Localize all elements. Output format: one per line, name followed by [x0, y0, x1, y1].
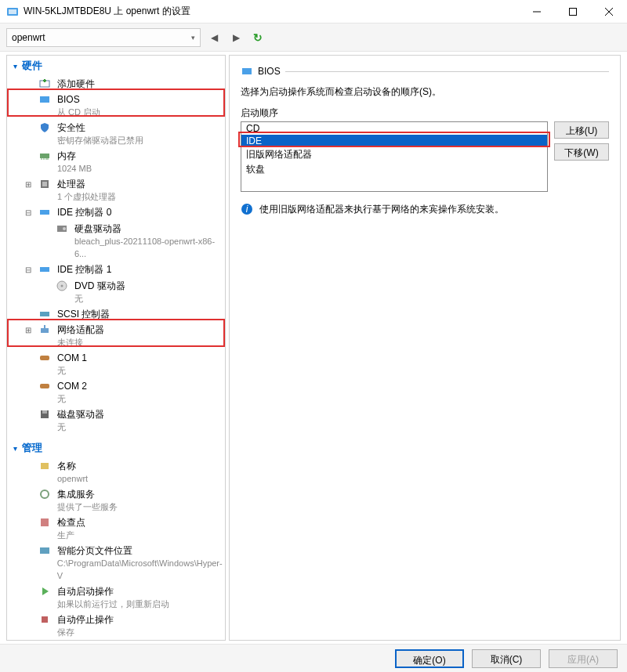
tree-item-com2[interactable]: COM 2无: [7, 378, 225, 406]
serial-icon: [38, 352, 51, 364]
svg-rect-1: [9, 9, 16, 14]
tag-icon: [38, 460, 51, 472]
move-down-button[interactable]: 下移(W): [554, 143, 609, 161]
controller-icon: [38, 206, 51, 219]
chip-icon: [241, 65, 253, 78]
expand-icon[interactable]: ⊞: [24, 324, 32, 337]
refresh-button[interactable]: ↻: [249, 29, 266, 46]
next-button[interactable]: ▶: [227, 29, 245, 46]
cancel-button[interactable]: 取消(C): [472, 649, 541, 668]
group-management[interactable]: ▾ 管理: [7, 438, 225, 458]
tree-item-floppy[interactable]: 磁盘驱动器无: [7, 406, 225, 435]
tree-item-ide1[interactable]: ⊟ IDE 控制器 1: [7, 262, 225, 278]
panel-description: 选择为启动操作系统而检查启动设备的顺序(S)。: [241, 85, 609, 99]
vm-selector-label: openwrt: [12, 32, 45, 43]
list-item[interactable]: CD: [241, 122, 547, 135]
paging-icon: [38, 544, 51, 557]
tree-item-memory[interactable]: 内存1024 MB: [7, 148, 225, 176]
tree-item-checkpoint[interactable]: 检查点生产: [7, 515, 225, 543]
autostop-icon: [38, 613, 51, 626]
tree-item-autostop[interactable]: 自动停止操作保存: [7, 612, 225, 640]
svg-point-31: [41, 490, 49, 498]
minimize-button[interactable]: [519, 0, 555, 23]
panel-title: BIOS: [258, 66, 281, 77]
svg-rect-20: [40, 267, 49, 272]
settings-panel: BIOS 选择为启动操作系统而检查启动设备的顺序(S)。 启动顺序 CD IDE…: [229, 55, 621, 641]
tree-item-add-hardware[interactable]: 添加硬件: [7, 76, 225, 92]
tree-item-hdd[interactable]: 硬盘驱动器bleach_plus-20211108-openwrt-x86-6.…: [7, 221, 225, 262]
tree-item-scsi[interactable]: SCSI 控制器: [7, 306, 225, 322]
move-up-button[interactable]: 上移(U): [554, 121, 609, 139]
tree-item-smartpaging[interactable]: 智能分页文件位置C:\ProgramData\Microsoft\Windows…: [7, 543, 225, 583]
svg-point-19: [63, 227, 66, 230]
list-item[interactable]: 软盘: [241, 162, 547, 177]
svg-rect-27: [40, 384, 49, 388]
list-item[interactable]: IDE: [241, 135, 547, 147]
serial-icon: [38, 380, 51, 392]
svg-rect-17: [40, 210, 49, 215]
divider: [285, 71, 609, 72]
cpu-icon: [38, 178, 51, 190]
ok-button[interactable]: 确定(O): [395, 649, 464, 668]
add-hardware-icon: [38, 78, 51, 90]
tree-item-cpu[interactable]: ⊞ 处理器1 个虚拟处理器: [7, 176, 225, 204]
shield-icon: [38, 121, 51, 134]
svg-rect-23: [40, 312, 49, 316]
tree-item-integration[interactable]: 集成服务提供了一些服务: [7, 486, 225, 515]
svg-rect-33: [40, 547, 49, 554]
svg-rect-26: [40, 356, 49, 360]
chevron-down-icon: ▾: [13, 444, 17, 453]
tree-item-name[interactable]: 名称openwrt: [7, 458, 225, 486]
vm-selector[interactable]: openwrt ▾: [6, 28, 201, 47]
scsi-icon: [38, 308, 51, 320]
svg-rect-29: [42, 410, 47, 414]
svg-text:i: i: [246, 204, 248, 215]
app-icon: [6, 5, 19, 18]
list-item[interactable]: 旧版网络适配器: [241, 147, 547, 162]
svg-rect-16: [42, 182, 47, 186]
svg-rect-30: [41, 463, 49, 469]
tree-item-bios[interactable]: BIOS从 CD 启动: [7, 92, 225, 120]
window-title: WIN-5KLJMTBDE8U 上 openwrt 的设置: [24, 5, 519, 18]
svg-rect-24: [41, 328, 49, 333]
chevron-down-icon: ▾: [13, 62, 17, 70]
tree-item-autostart[interactable]: 自动启动操作如果以前运行过，则重新启动: [7, 583, 225, 612]
tree-item-com1[interactable]: COM 1无: [7, 350, 225, 378]
boot-order-list[interactable]: CD IDE 旧版网络适配器 软盘: [241, 121, 548, 192]
info-text: 使用旧版网络适配器来执行基于网络的来宾操作系统安装。: [259, 203, 504, 216]
settings-tree: ▾ 硬件 添加硬件 BIOS从 CD 启动 安全性密钥存储驱动器已禁用 内存10…: [6, 55, 226, 641]
tree-item-network[interactable]: ⊞ 网络适配器未连接: [7, 322, 225, 350]
collapse-icon[interactable]: ⊟: [24, 264, 32, 276]
tree-item-security[interactable]: 安全性密钥存储驱动器已禁用: [7, 120, 225, 148]
close-button[interactable]: [591, 0, 627, 23]
boot-order-label: 启动顺序: [241, 107, 609, 120]
collapse-icon[interactable]: ⊟: [24, 207, 32, 219]
chevron-down-icon: ▾: [191, 34, 195, 42]
memory-icon: [38, 150, 51, 162]
checkpoint-icon: [38, 516, 51, 529]
tree-item-dvd[interactable]: DVD 驱动器无: [7, 278, 225, 306]
tree-item-ide0[interactable]: ⊟ IDE 控制器 0: [7, 204, 225, 221]
svg-rect-32: [41, 518, 49, 526]
svg-rect-9: [40, 96, 49, 103]
disc-icon: [56, 280, 68, 292]
svg-rect-3: [570, 8, 577, 15]
floppy-icon: [38, 408, 51, 421]
chip-icon: [38, 93, 51, 106]
svg-rect-35: [42, 616, 48, 623]
services-icon: [38, 488, 51, 500]
network-icon: [38, 323, 51, 336]
svg-rect-10: [40, 154, 49, 158]
apply-button[interactable]: 应用(A): [549, 649, 618, 668]
svg-rect-36: [242, 68, 252, 74]
maximize-button[interactable]: [555, 0, 591, 23]
svg-marker-34: [42, 587, 49, 595]
svg-point-22: [61, 285, 63, 287]
hdd-icon: [56, 222, 68, 235]
controller-icon: [38, 263, 51, 276]
prev-button[interactable]: ◀: [205, 29, 223, 46]
group-hardware[interactable]: ▾ 硬件: [7, 56, 225, 76]
autostart-icon: [38, 585, 51, 598]
info-icon: i: [241, 203, 253, 215]
expand-icon[interactable]: ⊞: [24, 179, 32, 191]
